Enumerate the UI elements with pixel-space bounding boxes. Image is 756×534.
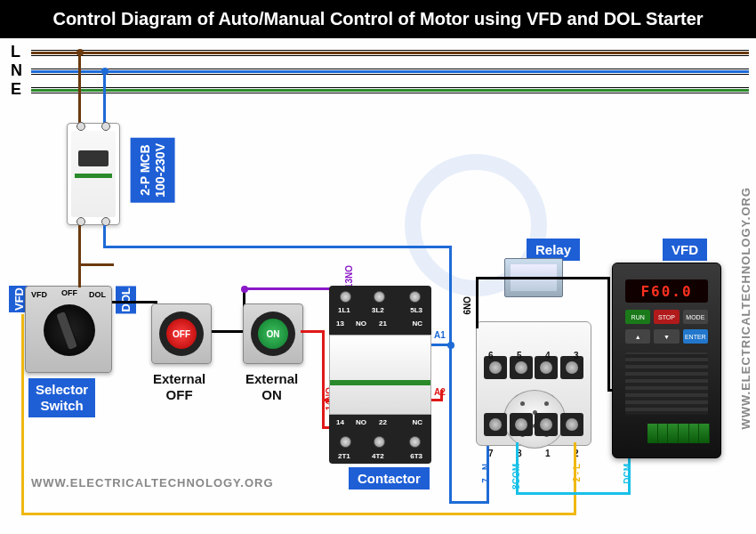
vfd-label: VFD: [663, 239, 707, 261]
external-on-button: ON: [243, 303, 303, 364]
title-bar: Control Diagram of Auto/Manual Control o…: [0, 0, 756, 38]
rail-label-e: E: [11, 80, 21, 99]
external-off-button: OFF: [151, 303, 212, 364]
tag-pin2: 2 - L: [572, 464, 582, 482]
diagram-canvas: Control Diagram of Auto/Manual Control o…: [0, 0, 756, 534]
mcb-label: 2-P MCB100-230V: [131, 138, 175, 203]
tag-6no: 6NO: [462, 296, 472, 315]
rail-l: [31, 52, 749, 54]
tag-a1: A1: [434, 330, 446, 340]
watermark-right: WWW.ELECTRICALTECHNOLOGY.ORG: [739, 187, 752, 430]
tag-pin7: 7 - N: [481, 464, 491, 483]
external-on-label: ExternalON: [245, 371, 298, 403]
wire-n-a1: [431, 344, 451, 346]
tag-dcm: DCM: [623, 464, 632, 484]
mcb-breaker: [67, 123, 120, 225]
watermark-left: WWW.ELECTRICALTECHNOLOGY.ORG: [31, 476, 274, 490]
selector-label: SelectorSwitch: [28, 378, 95, 417]
tag-8com: 8COM: [511, 464, 521, 490]
rail-label-l: L: [11, 43, 20, 61]
diagram-area: L N E 2-P MCB100-230V: [0, 38, 756, 532]
wire-yellow-h: [21, 513, 575, 515]
rail-label-n: N: [11, 61, 22, 80]
wire-n-run: [103, 246, 452, 248]
rail-n: [31, 70, 749, 73]
relay-socket: 6 5 4 3 7 8 1 2: [476, 290, 591, 446]
tag-a2: A2: [434, 387, 446, 397]
wire-n-relay7-h: [449, 501, 488, 504]
selector-switch: VFD OFF DOL: [25, 286, 112, 373]
wire-l-selector-h: [78, 263, 114, 266]
wire-l-mcb: [78, 53, 81, 125]
wire-n-drop-a1: [449, 246, 452, 345]
contactor-label: Contactor: [349, 467, 430, 490]
wire-n-down: [449, 345, 452, 504]
vfd-drive: F60.0 RUN STOP MODE ▲ ▼ ENTER: [612, 263, 721, 458]
contactor: 1L1 3L2 5L3 13 NO 21 NC 14 NO 22 NC 2T1 …: [329, 286, 431, 464]
rail-e: [31, 89, 749, 92]
external-off-label: ExternalOFF: [153, 371, 205, 403]
selector-side-dol: DOL: [116, 286, 136, 313]
vfd-display: F60.0: [625, 279, 708, 303]
wire-n-mcb: [103, 71, 106, 125]
wire-yellow-v: [21, 314, 24, 514]
wire-purple-h: [243, 287, 339, 290]
wire-mcb-out-n: [103, 225, 106, 247]
